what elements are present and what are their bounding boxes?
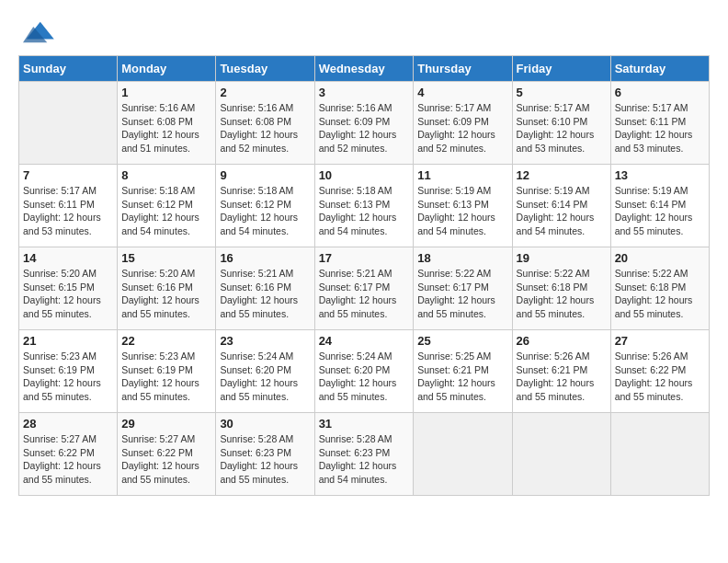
col-sunday: Sunday — [19, 56, 118, 82]
calendar-cell — [610, 413, 709, 496]
day-number: 2 — [220, 86, 310, 99]
col-friday: Friday — [512, 56, 610, 82]
calendar-cell: 27Sunrise: 5:26 AM Sunset: 6:22 PM Dayli… — [610, 330, 709, 413]
day-info: Sunrise: 5:16 AM Sunset: 6:08 PM Dayligh… — [220, 101, 310, 155]
day-info: Sunrise: 5:22 AM Sunset: 6:17 PM Dayligh… — [417, 267, 507, 321]
day-info: Sunrise: 5:23 AM Sunset: 6:19 PM Dayligh… — [121, 350, 211, 404]
week-row-1: 1Sunrise: 5:16 AM Sunset: 6:08 PM Daylig… — [19, 82, 710, 165]
day-info: Sunrise: 5:21 AM Sunset: 6:17 PM Dayligh… — [319, 267, 410, 321]
col-saturday: Saturday — [610, 56, 709, 82]
day-info: Sunrise: 5:27 AM Sunset: 6:22 PM Dayligh… — [121, 432, 211, 487]
calendar-cell: 22Sunrise: 5:23 AM Sunset: 6:19 PM Dayli… — [118, 330, 216, 413]
day-info: Sunrise: 5:20 AM Sunset: 6:15 PM Dayligh… — [23, 267, 113, 321]
day-number: 8 — [121, 168, 211, 182]
week-row-3: 14Sunrise: 5:20 AM Sunset: 6:15 PM Dayli… — [19, 247, 710, 330]
day-info: Sunrise: 5:17 AM Sunset: 6:10 PM Dayligh… — [517, 101, 607, 155]
day-info: Sunrise: 5:19 AM Sunset: 6:14 PM Dayligh… — [517, 184, 607, 238]
calendar-cell: 16Sunrise: 5:21 AM Sunset: 6:16 PM Dayli… — [216, 247, 314, 330]
calendar-cell: 6Sunrise: 5:17 AM Sunset: 6:11 PM Daylig… — [610, 82, 709, 165]
logo-icon — [18, 18, 55, 46]
logo — [18, 18, 59, 46]
day-number: 16 — [220, 251, 310, 265]
day-number: 29 — [121, 417, 211, 431]
calendar-cell: 15Sunrise: 5:20 AM Sunset: 6:16 PM Dayli… — [118, 247, 216, 330]
day-info: Sunrise: 5:18 AM Sunset: 6:13 PM Dayligh… — [319, 184, 410, 238]
calendar-table: Sunday Monday Tuesday Wednesday Thursday… — [18, 55, 710, 496]
calendar-cell: 14Sunrise: 5:20 AM Sunset: 6:15 PM Dayli… — [19, 247, 118, 330]
day-number: 30 — [220, 417, 310, 431]
day-info: Sunrise: 5:17 AM Sunset: 6:11 PM Dayligh… — [615, 101, 705, 155]
calendar-cell — [19, 82, 118, 165]
calendar-cell: 26Sunrise: 5:26 AM Sunset: 6:21 PM Dayli… — [512, 330, 610, 413]
calendar-cell: 13Sunrise: 5:19 AM Sunset: 6:14 PM Dayli… — [610, 165, 709, 247]
week-row-5: 28Sunrise: 5:27 AM Sunset: 6:22 PM Dayli… — [19, 413, 710, 496]
day-info: Sunrise: 5:22 AM Sunset: 6:18 PM Dayligh… — [615, 267, 705, 321]
day-info: Sunrise: 5:26 AM Sunset: 6:21 PM Dayligh… — [517, 350, 607, 404]
calendar-cell: 1Sunrise: 5:16 AM Sunset: 6:08 PM Daylig… — [118, 82, 216, 165]
day-number: 12 — [517, 168, 607, 182]
day-number: 9 — [220, 168, 310, 182]
calendar-cell: 8Sunrise: 5:18 AM Sunset: 6:12 PM Daylig… — [118, 165, 216, 247]
day-info: Sunrise: 5:28 AM Sunset: 6:23 PM Dayligh… — [220, 432, 310, 487]
calendar-cell: 23Sunrise: 5:24 AM Sunset: 6:20 PM Dayli… — [216, 330, 314, 413]
day-info: Sunrise: 5:22 AM Sunset: 6:18 PM Dayligh… — [517, 267, 607, 321]
day-number: 23 — [220, 334, 310, 348]
day-number: 20 — [615, 251, 705, 265]
calendar-cell: 5Sunrise: 5:17 AM Sunset: 6:10 PM Daylig… — [512, 82, 610, 165]
col-thursday: Thursday — [414, 56, 512, 82]
page-header — [18, 18, 710, 46]
calendar-cell: 17Sunrise: 5:21 AM Sunset: 6:17 PM Dayli… — [314, 247, 414, 330]
calendar-cell: 21Sunrise: 5:23 AM Sunset: 6:19 PM Dayli… — [19, 330, 118, 413]
day-number: 25 — [417, 334, 507, 348]
calendar-cell: 9Sunrise: 5:18 AM Sunset: 6:12 PM Daylig… — [216, 165, 314, 247]
day-number: 18 — [417, 251, 507, 265]
day-number: 14 — [23, 251, 113, 265]
day-info: Sunrise: 5:16 AM Sunset: 6:08 PM Dayligh… — [121, 101, 211, 155]
day-info: Sunrise: 5:19 AM Sunset: 6:13 PM Dayligh… — [417, 184, 507, 238]
day-number: 1 — [121, 86, 211, 99]
day-number: 15 — [121, 251, 211, 265]
col-monday: Monday — [118, 56, 216, 82]
day-number: 5 — [517, 86, 607, 99]
calendar-cell: 28Sunrise: 5:27 AM Sunset: 6:22 PM Dayli… — [19, 413, 118, 496]
day-number: 19 — [517, 251, 607, 265]
calendar-cell: 25Sunrise: 5:25 AM Sunset: 6:21 PM Dayli… — [414, 330, 512, 413]
col-wednesday: Wednesday — [314, 56, 414, 82]
day-info: Sunrise: 5:18 AM Sunset: 6:12 PM Dayligh… — [220, 184, 310, 238]
day-info: Sunrise: 5:17 AM Sunset: 6:11 PM Dayligh… — [23, 184, 113, 238]
calendar-cell: 4Sunrise: 5:17 AM Sunset: 6:09 PM Daylig… — [414, 82, 512, 165]
day-number: 17 — [319, 251, 410, 265]
day-number: 26 — [517, 334, 607, 348]
day-number: 31 — [319, 417, 410, 431]
day-info: Sunrise: 5:21 AM Sunset: 6:16 PM Dayligh… — [220, 267, 310, 321]
day-number: 7 — [23, 168, 113, 182]
calendar-cell: 2Sunrise: 5:16 AM Sunset: 6:08 PM Daylig… — [216, 82, 314, 165]
col-tuesday: Tuesday — [216, 56, 314, 82]
day-info: Sunrise: 5:24 AM Sunset: 6:20 PM Dayligh… — [220, 350, 310, 404]
calendar-cell: 12Sunrise: 5:19 AM Sunset: 6:14 PM Dayli… — [512, 165, 610, 247]
calendar-cell: 10Sunrise: 5:18 AM Sunset: 6:13 PM Dayli… — [314, 165, 414, 247]
day-info: Sunrise: 5:19 AM Sunset: 6:14 PM Dayligh… — [615, 184, 705, 238]
day-number: 24 — [319, 334, 410, 348]
calendar-cell — [512, 413, 610, 496]
calendar-cell: 7Sunrise: 5:17 AM Sunset: 6:11 PM Daylig… — [19, 165, 118, 247]
day-number: 4 — [417, 86, 507, 99]
day-info: Sunrise: 5:24 AM Sunset: 6:20 PM Dayligh… — [319, 350, 410, 404]
day-info: Sunrise: 5:18 AM Sunset: 6:12 PM Dayligh… — [121, 184, 211, 238]
calendar-cell: 3Sunrise: 5:16 AM Sunset: 6:09 PM Daylig… — [314, 82, 414, 165]
calendar-cell — [414, 413, 512, 496]
day-info: Sunrise: 5:17 AM Sunset: 6:09 PM Dayligh… — [417, 101, 507, 155]
day-info: Sunrise: 5:23 AM Sunset: 6:19 PM Dayligh… — [23, 350, 113, 404]
day-info: Sunrise: 5:26 AM Sunset: 6:22 PM Dayligh… — [615, 350, 705, 404]
day-number: 3 — [319, 86, 410, 99]
calendar-cell: 19Sunrise: 5:22 AM Sunset: 6:18 PM Dayli… — [512, 247, 610, 330]
calendar-header-row: Sunday Monday Tuesday Wednesday Thursday… — [19, 56, 710, 82]
day-number: 13 — [615, 168, 705, 182]
calendar-cell: 20Sunrise: 5:22 AM Sunset: 6:18 PM Dayli… — [610, 247, 709, 330]
day-info: Sunrise: 5:27 AM Sunset: 6:22 PM Dayligh… — [23, 432, 113, 487]
day-number: 10 — [319, 168, 410, 182]
day-info: Sunrise: 5:28 AM Sunset: 6:23 PM Dayligh… — [319, 432, 410, 487]
calendar-cell: 29Sunrise: 5:27 AM Sunset: 6:22 PM Dayli… — [118, 413, 216, 496]
calendar-cell: 24Sunrise: 5:24 AM Sunset: 6:20 PM Dayli… — [314, 330, 414, 413]
week-row-2: 7Sunrise: 5:17 AM Sunset: 6:11 PM Daylig… — [19, 165, 710, 247]
